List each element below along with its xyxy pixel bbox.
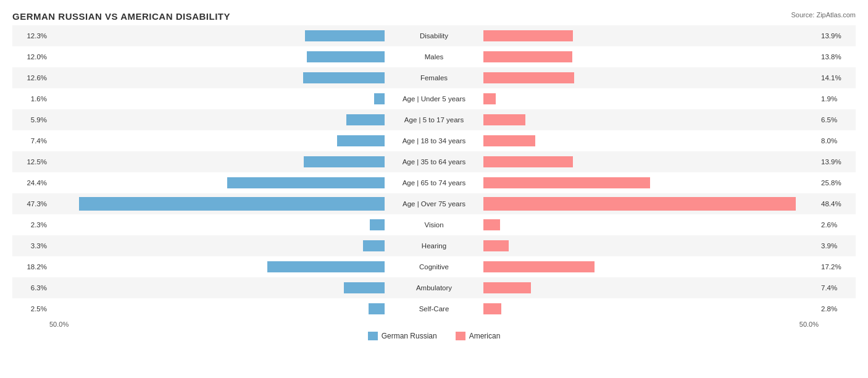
- center-label: Vision: [385, 221, 483, 229]
- legend-american: American: [456, 332, 501, 340]
- right-bar-wrap: [483, 281, 819, 295]
- bars-inner: 3.3% Hearing 3.9%: [12, 235, 856, 256]
- right-value: 13.9%: [819, 32, 856, 40]
- center-label: Age | 5 to 17 years: [385, 116, 483, 124]
- center-label: Cognitive: [385, 263, 483, 271]
- right-bar-wrap: [483, 50, 819, 64]
- bar-pink: [483, 240, 509, 251]
- bar-pink: [483, 197, 796, 211]
- right-value: 2.6%: [819, 221, 856, 229]
- right-bar-wrap: [483, 302, 819, 316]
- bar-row: 1.6% Age | Under 5 years 1.9%: [12, 88, 856, 109]
- bar-blue: [369, 303, 385, 314]
- bar-blue: [374, 93, 385, 104]
- center-label: Age | 35 to 64 years: [385, 158, 483, 166]
- left-value: 18.2%: [12, 263, 49, 271]
- bar-blue: [267, 261, 385, 272]
- right-bar-wrap: [483, 176, 819, 190]
- left-bar-wrap: [49, 50, 385, 64]
- bar-blue: [307, 51, 385, 62]
- center-label: Self-Care: [385, 305, 483, 313]
- axis-right: 50.0%: [799, 321, 819, 328]
- bars-inner: 2.3% Vision 2.6%: [12, 214, 856, 235]
- right-value: 6.5%: [819, 116, 856, 124]
- bar-blue: [79, 197, 385, 211]
- bar-blue: [363, 240, 385, 251]
- bar-blue: [303, 72, 385, 83]
- bar-pink: [483, 114, 525, 125]
- chart-title: GERMAN RUSSIAN VS AMERICAN DISABILITY: [12, 11, 856, 22]
- legend-pink-label: American: [469, 332, 501, 340]
- legend-swatch-blue: [368, 332, 378, 340]
- bars-inner: 12.0% Males 13.8%: [12, 46, 856, 67]
- axis-left: 50.0%: [49, 321, 69, 328]
- center-label: Age | 18 to 34 years: [385, 137, 483, 145]
- bars-inner: 2.5% Self-Care 2.8%: [12, 298, 856, 319]
- left-value: 6.3%: [12, 284, 49, 292]
- left-value: 3.3%: [12, 242, 49, 250]
- left-bar-wrap: [49, 302, 385, 316]
- right-bar-wrap: [483, 134, 819, 148]
- bar-pink: [483, 93, 496, 104]
- left-bar-wrap: [49, 113, 385, 127]
- center-label: Age | 65 to 74 years: [385, 179, 483, 187]
- left-bar-wrap: [49, 29, 385, 43]
- right-bar-wrap: [483, 239, 819, 253]
- bars-inner: 5.9% Age | 5 to 17 years 6.5%: [12, 109, 856, 130]
- center-label: Age | Under 5 years: [385, 95, 483, 103]
- bar-row: 12.3% Disability 13.9%: [12, 25, 856, 46]
- center-label: Disability: [385, 32, 483, 40]
- right-bar-wrap: [483, 260, 819, 274]
- legend-blue-label: German Russian: [382, 332, 437, 340]
- bar-row: 12.0% Males 13.8%: [12, 46, 856, 67]
- left-bar-wrap: [49, 218, 385, 232]
- left-bar-wrap: [49, 71, 385, 85]
- bar-blue: [305, 30, 385, 41]
- bars-inner: 6.3% Ambulatory 7.4%: [12, 277, 856, 298]
- left-value: 12.6%: [12, 74, 49, 82]
- bar-pink: [483, 51, 572, 62]
- bars-inner: 24.4% Age | 65 to 74 years 25.8%: [12, 172, 856, 193]
- bar-pink: [483, 30, 573, 41]
- left-bar-wrap: [49, 239, 385, 253]
- bar-pink: [483, 282, 531, 293]
- bar-pink: [483, 177, 650, 188]
- left-value: 12.3%: [12, 32, 49, 40]
- right-bar-wrap: [483, 113, 819, 127]
- right-value: 8.0%: [819, 137, 856, 145]
- left-bar-wrap: [49, 92, 385, 106]
- bar-pink: [483, 156, 573, 167]
- center-label: Males: [385, 53, 483, 61]
- center-label: Ambulatory: [385, 284, 483, 292]
- right-value: 17.2%: [819, 263, 856, 271]
- bar-row: 12.5% Age | 35 to 64 years 13.9%: [12, 151, 856, 172]
- left-value: 7.4%: [12, 137, 49, 145]
- bar-row: 6.3% Ambulatory 7.4%: [12, 277, 856, 298]
- bar-row: 24.4% Age | 65 to 74 years 25.8%: [12, 172, 856, 193]
- left-bar-wrap: [49, 176, 385, 190]
- bars-area: 12.3% Disability 13.9% 12.0% Males: [12, 25, 856, 319]
- legend-swatch-pink: [456, 332, 465, 340]
- bar-pink: [483, 72, 574, 83]
- left-value: 1.6%: [12, 95, 49, 103]
- bar-blue: [344, 282, 385, 293]
- bottom-axis: 50.0% 50.0%: [12, 319, 856, 328]
- bar-row: 3.3% Hearing 3.9%: [12, 235, 856, 256]
- bars-inner: 12.3% Disability 13.9%: [12, 25, 856, 46]
- bar-pink: [483, 135, 535, 146]
- bars-inner: 1.6% Age | Under 5 years 1.9%: [12, 88, 856, 109]
- bar-pink: [483, 219, 500, 230]
- right-bar-wrap: [483, 71, 819, 85]
- right-bar-wrap: [483, 92, 819, 106]
- center-label: Age | Over 75 years: [385, 200, 483, 208]
- bar-row: 2.3% Vision 2.6%: [12, 214, 856, 235]
- bar-row: 12.6% Females 14.1%: [12, 67, 856, 88]
- bar-row: 5.9% Age | 5 to 17 years 6.5%: [12, 109, 856, 130]
- left-bar-wrap: [49, 197, 385, 211]
- right-value: 14.1%: [819, 74, 856, 82]
- left-bar-wrap: [49, 281, 385, 295]
- left-bar-wrap: [49, 260, 385, 274]
- left-bar-wrap: [49, 155, 385, 169]
- right-value: 13.8%: [819, 53, 856, 61]
- left-value: 2.5%: [12, 305, 49, 313]
